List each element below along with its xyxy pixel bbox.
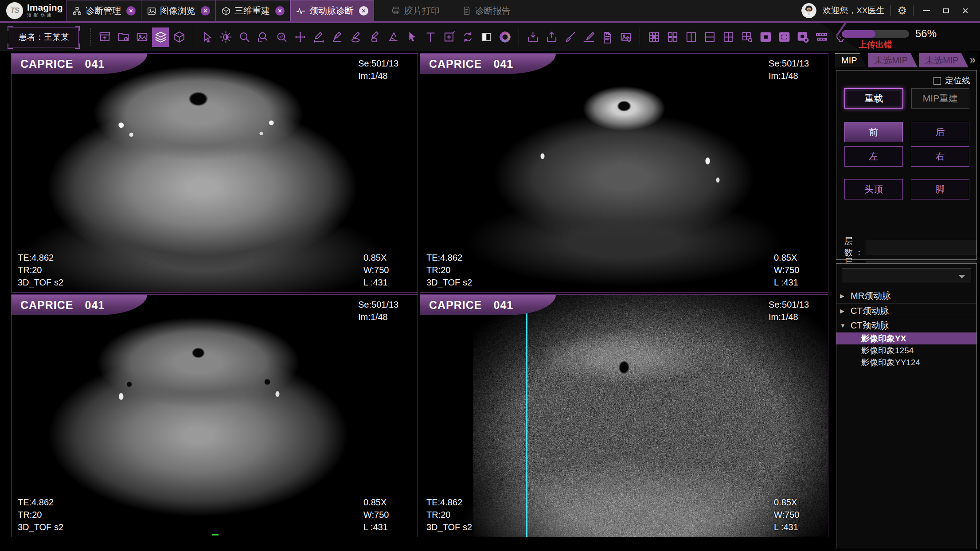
rotate-button[interactable]	[459, 27, 476, 47]
gallery-button[interactable]	[133, 27, 150, 47]
layout-grid-close-button[interactable]	[738, 27, 755, 47]
select-arrow-button[interactable]	[403, 27, 420, 47]
user-avatar[interactable]	[801, 3, 816, 18]
layers-button[interactable]	[152, 27, 169, 47]
chevron-right-icon[interactable]: ▶	[840, 293, 851, 299]
add-region-button[interactable]	[441, 27, 457, 47]
zoom-button[interactable]	[236, 27, 253, 47]
tree-item-impression-1254[interactable]: 影像印象1254	[836, 344, 976, 356]
app-window: TS Imaging 清影华康 诊断管理 ✕ 图像浏览 ✕ 三维重建 ✕	[0, 0, 980, 551]
close-icon[interactable]: ✕	[201, 6, 210, 16]
window-level: L :431	[363, 276, 406, 289]
archive-add-button[interactable]	[96, 27, 113, 47]
layout-ellipse-filled-button[interactable]	[776, 27, 793, 47]
tr-value: TR:20	[18, 508, 63, 521]
tab-carotid-diagnosis[interactable]: 颈动脉诊断 ✕	[290, 0, 374, 21]
settings-gear-icon[interactable]: ⚙	[897, 5, 907, 16]
viewport-4[interactable]: CAPRICE 041 Se:501/13 Im:1/48 TE:4.862 T…	[420, 294, 828, 537]
tab-mip[interactable]: MIP	[835, 53, 867, 67]
foot-view-button[interactable]: 脚	[911, 179, 969, 199]
pointer-button[interactable]	[199, 27, 215, 47]
checkbox-icon[interactable]	[933, 77, 941, 85]
zoom-factor: 0.85X	[774, 251, 816, 264]
layout-single-close-button[interactable]	[794, 27, 811, 47]
close-icon[interactable]: ✕	[359, 6, 368, 16]
sequence-name: 3D_TOF s2	[426, 276, 472, 289]
logo-monogram-text: TS	[10, 6, 19, 15]
report-add-button[interactable]	[599, 27, 616, 47]
tree-item-mr-carotid[interactable]: ▶ MR颈动脉	[836, 289, 976, 303]
layout-ellipse-filled-icon	[778, 31, 791, 43]
measure-line-button[interactable]	[310, 27, 327, 47]
series-title: CAPRICE	[20, 299, 74, 312]
zoom-region-button[interactable]	[254, 27, 271, 47]
tab-diagnosis-manage[interactable]: 诊断管理 ✕	[66, 0, 141, 21]
pen-line-icon	[582, 31, 595, 43]
layout-quad-button[interactable]	[664, 27, 681, 47]
tab-unselected-mip-2[interactable]: 未选MIP	[919, 53, 968, 67]
left-view-button[interactable]: 左	[844, 146, 903, 167]
front-view-button[interactable]: 前	[844, 122, 903, 142]
window-close-button[interactable]: ✕	[959, 4, 972, 17]
maximize-button[interactable]	[939, 4, 953, 17]
measure-angle-button[interactable]	[329, 27, 346, 47]
tab-3d-reconstruction[interactable]: 三维重建 ✕	[215, 0, 290, 21]
close-icon[interactable]: ✕	[275, 6, 285, 16]
text-annotate-button[interactable]	[422, 27, 439, 47]
upload-error-text[interactable]: 上传出错	[842, 39, 909, 51]
series-tree-panel: ▶ MR颈动脉 ▶ CT颈动脉 ▼ CT颈动脉 影像印象YX 影像印象1254	[836, 263, 977, 549]
invert-button[interactable]	[478, 27, 495, 47]
cube-3d-button[interactable]	[171, 27, 187, 47]
series-dropdown[interactable]	[842, 268, 971, 283]
upload-button[interactable]	[543, 27, 560, 47]
mip-rebuild-button[interactable]: MIP重建	[911, 88, 969, 109]
zoom-2x-button[interactable]: x2	[273, 27, 290, 47]
pan-button[interactable]	[292, 27, 308, 47]
localizer-checkbox[interactable]: 定位线	[933, 75, 970, 86]
chevron-down-icon[interactable]: ▼	[840, 322, 851, 329]
tab-unselected-mip-1[interactable]: 未选MIP	[868, 53, 918, 67]
logo-monogram-icon: TS	[6, 2, 23, 19]
head-view-button[interactable]: 头顶	[844, 179, 903, 199]
back-view-button[interactable]: 后	[911, 122, 969, 142]
image-upload-button[interactable]	[617, 27, 634, 47]
tree-item-ct-carotid-1[interactable]: ▶ CT颈动脉	[836, 303, 976, 318]
corner-bracket	[8, 26, 13, 31]
close-icon[interactable]: ✕	[126, 6, 136, 16]
gallery-icon	[136, 31, 148, 43]
tab-image-browse[interactable]: 图像浏览 ✕	[141, 0, 215, 21]
maximize-icon	[943, 8, 949, 13]
filmstrip-button[interactable]	[813, 27, 830, 47]
brush-button[interactable]	[562, 27, 578, 47]
viewport-1[interactable]: CAPRICE 041 Se:501/13 Im:1/48 TE:4.862 T…	[11, 53, 418, 293]
right-view-button[interactable]: 右	[911, 146, 969, 167]
brightness-contrast-button[interactable]	[217, 27, 234, 47]
chevron-right-icon[interactable]: ▶	[840, 308, 851, 314]
layout-grid-3x3-button[interactable]	[645, 27, 662, 47]
layer-count-input[interactable]	[866, 240, 976, 254]
pen-line-button[interactable]	[580, 27, 597, 47]
layout-single-filled-button[interactable]	[757, 27, 774, 47]
layout-split-vertical-button[interactable]	[683, 27, 699, 47]
tree-item-impression-yx[interactable]: 影像印象YX	[836, 332, 976, 344]
draw-ellipse-button[interactable]	[347, 27, 364, 47]
te-value: TE:4.862	[426, 496, 472, 508]
minimize-button[interactable]	[920, 4, 933, 17]
tree-item-ct-carotid-2[interactable]: ▼ CT颈动脉	[836, 318, 976, 332]
more-tabs-icon[interactable]: »	[970, 53, 978, 67]
layout-grid-2x2-button[interactable]	[720, 27, 737, 47]
color-palette-button[interactable]	[496, 27, 513, 47]
tr-value: TR:20	[426, 508, 472, 521]
localizer-line[interactable]	[526, 295, 527, 537]
folder-add-button[interactable]	[115, 27, 132, 47]
protractor-button[interactable]	[385, 27, 402, 47]
viewport-2[interactable]: CAPRICE 041 Se:501/13 Im:1/48 TE:4.862 T…	[420, 53, 828, 293]
draw-polygon-button[interactable]	[366, 27, 383, 47]
tree-item-impression-yy124[interactable]: 影像印象YY124	[836, 356, 976, 368]
layout-split-horizontal-button[interactable]	[701, 27, 718, 47]
viewport-3[interactable]: CAPRICE 041 Se:501/13 Im:1/48 TE:4.862 T…	[11, 294, 418, 537]
reload-button[interactable]: 重载	[844, 88, 903, 109]
download-button[interactable]	[524, 27, 541, 47]
upload-progress-fill	[842, 30, 875, 38]
patient-field[interactable]: 患者：王某某	[9, 27, 79, 47]
